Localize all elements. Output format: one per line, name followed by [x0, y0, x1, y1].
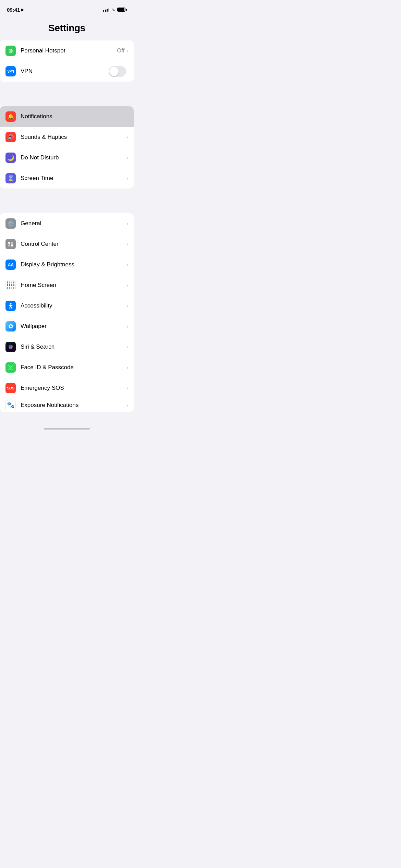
screentime-icon: ⏳ [5, 173, 16, 183]
row-control-center[interactable]: Control Center › [0, 234, 134, 254]
display-icon: AA [5, 260, 16, 270]
face-id-chevron: › [126, 365, 128, 370]
wallpaper-label: Wallpaper [21, 323, 126, 330]
screentime-chevron: › [126, 176, 128, 181]
row-exposure-notifications[interactable]: 🐾 Exposure Notifications › [0, 398, 134, 412]
siri-label: Siri & Search [21, 343, 126, 350]
personal-hotspot-label: Personal Hotspot [21, 47, 117, 54]
svg-point-15 [9, 366, 10, 367]
control-center-label: Control Center [21, 241, 126, 248]
svg-point-10 [10, 345, 12, 348]
notifications-chevron: › [126, 114, 128, 119]
control-center-icon [5, 239, 16, 249]
face-id-label: Face ID & Passcode [21, 364, 126, 371]
siri-chevron: › [126, 344, 128, 350]
svg-rect-12 [12, 365, 13, 365]
page-header: Settings [0, 17, 134, 40]
sounds-haptics-label: Sounds & Haptics [21, 134, 126, 141]
row-siri-search[interactable]: Siri & Search › [0, 337, 134, 357]
signal-bars [103, 8, 109, 12]
section-system2: ⚙️ General › Control Center › AA Display… [0, 213, 134, 412]
svg-rect-3 [11, 244, 13, 246]
svg-point-4 [10, 303, 12, 305]
personal-hotspot-chevron: › [126, 48, 128, 53]
accessibility-label: Accessibility [21, 302, 126, 309]
emergency-sos-label: Emergency SOS [21, 385, 126, 391]
emergency-sos-icon: SOS [5, 383, 16, 393]
home-bar [44, 428, 90, 430]
siri-icon [5, 342, 16, 352]
svg-rect-11 [8, 365, 9, 365]
home-screen-label: Home Screen [21, 282, 126, 289]
control-center-chevron: › [126, 241, 128, 247]
accessibility-chevron: › [126, 303, 128, 309]
svg-rect-14 [12, 370, 13, 370]
emergency-sos-chevron: › [126, 385, 128, 391]
exposure-icon: 🐾 [5, 400, 16, 410]
section-gap-1 [0, 94, 134, 106]
status-icons: ∿ [103, 7, 127, 12]
time-display: 09:41 [7, 7, 20, 13]
page-title: Settings [7, 23, 127, 34]
row-notifications[interactable]: 🔔 Notifications › [0, 106, 134, 127]
row-do-not-disturb[interactable]: 🌙 Do Not Disturb › [0, 147, 134, 168]
row-general[interactable]: ⚙️ General › [0, 213, 134, 234]
row-face-id[interactable]: Face ID & Passcode › [0, 357, 134, 378]
notifications-label: Notifications [21, 113, 126, 120]
svg-point-16 [11, 366, 12, 367]
status-bar: 09:41 ▶ ∿ [0, 0, 134, 17]
general-icon: ⚙️ [5, 218, 16, 229]
status-time: 09:41 ▶ [7, 7, 24, 13]
general-chevron: › [126, 221, 128, 226]
vpn-icon: VPN [5, 66, 16, 76]
display-chevron: › [126, 262, 128, 267]
dnd-chevron: › [126, 155, 128, 160]
exposure-label: Exposure Notifications [21, 402, 126, 409]
section-system1: 🔔 Notifications › 🔊 Sounds & Haptics › 🌙… [0, 106, 134, 189]
section-connectivity: ⊛ Personal Hotspot Off › VPN VPN [0, 40, 134, 82]
personal-hotspot-value: Off [117, 47, 124, 54]
row-personal-hotspot[interactable]: ⊛ Personal Hotspot Off › [0, 40, 134, 61]
home-screen-icon [5, 280, 16, 290]
svg-rect-2 [8, 244, 10, 246]
wallpaper-chevron: › [126, 324, 128, 329]
sounds-chevron: › [126, 134, 128, 140]
home-indicator [0, 424, 134, 432]
dnd-label: Do Not Disturb [21, 154, 126, 161]
row-accessibility[interactable]: Accessibility › [0, 296, 134, 316]
svg-rect-0 [8, 242, 10, 244]
svg-rect-1 [11, 242, 13, 244]
row-display-brightness[interactable]: AA Display & Brightness › [0, 254, 134, 275]
vpn-label: VPN [21, 68, 109, 75]
row-emergency-sos[interactable]: SOS Emergency SOS › [0, 378, 134, 398]
wifi-icon: ∿ [111, 7, 115, 12]
general-label: General [21, 220, 126, 227]
row-sounds-haptics[interactable]: 🔊 Sounds & Haptics › [0, 127, 134, 147]
display-label: Display & Brightness [21, 261, 126, 268]
vpn-toggle[interactable] [109, 66, 126, 77]
sounds-icon: 🔊 [5, 132, 16, 142]
notifications-icon: 🔔 [5, 111, 16, 122]
svg-rect-13 [8, 370, 9, 370]
row-screen-time[interactable]: ⏳ Screen Time › [0, 168, 134, 189]
battery-indicator [117, 8, 127, 12]
accessibility-icon [5, 301, 16, 311]
row-vpn[interactable]: VPN VPN [0, 61, 134, 82]
svg-line-6 [11, 306, 12, 308]
location-icon: ▶ [21, 8, 24, 12]
home-screen-chevron: › [126, 282, 128, 288]
section-gap-2 [0, 201, 134, 213]
face-id-icon [5, 362, 16, 373]
row-home-screen[interactable]: Home Screen › [0, 275, 134, 296]
dnd-icon: 🌙 [5, 153, 16, 163]
row-wallpaper[interactable]: ✿ Wallpaper › [0, 316, 134, 337]
wallpaper-icon: ✿ [5, 321, 16, 331]
exposure-chevron: › [126, 402, 128, 408]
personal-hotspot-icon: ⊛ [5, 46, 16, 56]
screentime-label: Screen Time [21, 175, 126, 182]
